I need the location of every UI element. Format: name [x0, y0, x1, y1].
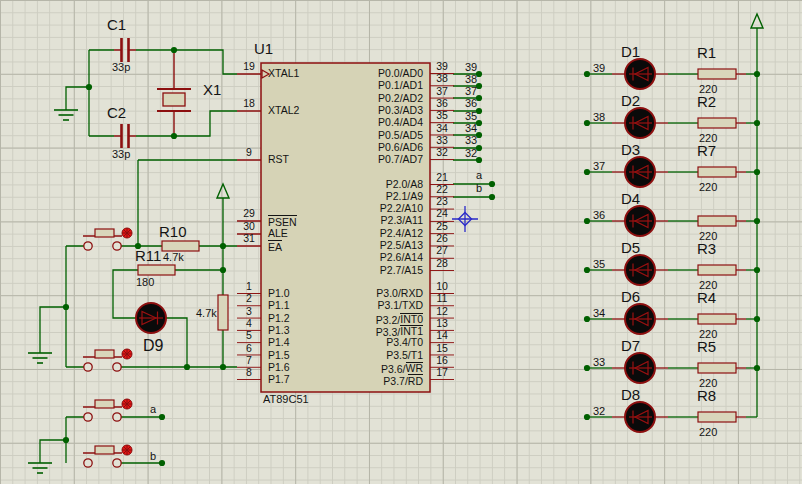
- led-d9[interactable]: [136, 303, 166, 333]
- push-button-b[interactable]: [83, 445, 132, 467]
- net-label: 32: [593, 406, 605, 417]
- resistor-value-label: 220: [699, 231, 717, 242]
- pin-number: 37: [430, 86, 454, 97]
- d9-ref-label: D9: [143, 338, 163, 354]
- led-row-d6[interactable]: [584, 304, 757, 334]
- net-label-a: a: [150, 404, 156, 415]
- led-ref-label: D2: [621, 93, 640, 108]
- resistor-pullup[interactable]: [218, 295, 228, 330]
- r10-value-label: 4.7k: [163, 252, 184, 263]
- pin-name: P2.7/A15: [331, 265, 423, 276]
- resistor-value-label: 220: [699, 182, 717, 193]
- led-ref-label: D5: [621, 240, 640, 255]
- pin-number: 4: [237, 318, 261, 329]
- pin-number: 5: [237, 330, 261, 341]
- push-button-2[interactable]: [83, 349, 132, 371]
- led-ref-label: D1: [621, 44, 640, 59]
- pin-name: P0.0/AD0: [331, 68, 423, 79]
- r10-ref-label: R10: [159, 224, 187, 239]
- net-label: 39: [465, 62, 477, 73]
- resistor-value-label: 220: [699, 280, 717, 291]
- net-label: 38: [465, 74, 477, 85]
- pin-name: P0.7/AD7: [331, 154, 423, 165]
- led-ref-label: D6: [621, 289, 640, 304]
- pin-number: 23: [430, 196, 454, 207]
- resistor-r10[interactable]: [162, 241, 199, 251]
- pin-number: 16: [430, 355, 454, 366]
- chip-part-label: AT89C51: [263, 394, 309, 405]
- led-row-d3[interactable]: [584, 157, 757, 187]
- push-button-reset[interactable]: [83, 228, 132, 250]
- pin-number: 6: [237, 343, 261, 354]
- pin-name: RST: [268, 154, 289, 165]
- ground-symbol: [54, 110, 78, 120]
- net-label: 36: [465, 98, 477, 109]
- led-row-d1[interactable]: [584, 59, 757, 89]
- pin-name: P1.4: [268, 337, 290, 348]
- resistor-ref-label: R1: [697, 45, 716, 60]
- resistor-value-label: 220: [699, 329, 717, 340]
- pin-name: P3.3/INT1: [331, 325, 423, 337]
- pin-number: 7: [237, 355, 261, 366]
- pin-number: 17: [430, 367, 454, 378]
- net-label: 35: [593, 259, 605, 270]
- pin-name: P3.2/INT0: [331, 313, 423, 325]
- pin-name: P1.6: [268, 362, 290, 373]
- led-row-d2[interactable]: [584, 108, 757, 138]
- pin-number: 18: [237, 98, 261, 109]
- pin-number: 12: [430, 306, 454, 317]
- pin-number: 2: [237, 293, 261, 304]
- x1-ref-label: X1: [203, 82, 221, 97]
- pin-number: 10: [430, 281, 454, 292]
- resistor-r11[interactable]: [138, 265, 175, 275]
- pin-name: P1.0: [268, 288, 290, 299]
- led-row-d7[interactable]: [584, 353, 757, 383]
- r11-value-label: 180: [136, 277, 154, 288]
- capacitor-c1[interactable]: [122, 38, 129, 62]
- pin-number: 3: [237, 306, 261, 317]
- pin-name: P3.0/RXD: [331, 288, 423, 299]
- led-ref-label: D8: [621, 387, 640, 402]
- pin-number: 13: [430, 318, 454, 329]
- pin-name: P1.5: [268, 350, 290, 361]
- net-label-b: b: [150, 451, 156, 462]
- pin-number: 32: [430, 147, 454, 158]
- schematic-canvas: U1 AT89C51 C1 33p C2 33p X1 R10 4.7k R11…: [0, 0, 802, 484]
- net-label: 36: [593, 210, 605, 221]
- pin-number: 27: [430, 245, 454, 256]
- pin-number: 11: [430, 293, 454, 304]
- chip-ref-label: U1: [254, 41, 273, 56]
- pin-name: P0.2/AD2: [331, 93, 423, 104]
- pin-name: P2.1/A9: [331, 191, 423, 202]
- pin-name: P3.4/T0: [331, 337, 423, 348]
- pullup-value-label: 4.7k: [196, 308, 217, 319]
- net-label: 38: [593, 112, 605, 123]
- pin-name: P3.6/WR: [331, 362, 423, 374]
- pin-name: P2.0/A8: [331, 179, 423, 190]
- resistor-ref-label: R8: [697, 388, 716, 403]
- resistor-ref-label: R3: [697, 241, 716, 256]
- net-label: 39: [593, 63, 605, 74]
- pin-number: 22: [430, 184, 454, 195]
- push-button-a[interactable]: [83, 399, 132, 421]
- r11-ref-label: R11: [135, 248, 161, 263]
- c1-value-label: 33p: [112, 62, 130, 73]
- pin-name: PSEN: [268, 215, 297, 227]
- capacitor-c2[interactable]: [122, 124, 129, 148]
- origin-marker-icon: [452, 206, 478, 232]
- pin-number: 34: [430, 123, 454, 134]
- pin-number: 29: [237, 208, 261, 219]
- pin-number: 14: [430, 330, 454, 341]
- pin-name: P0.1/AD1: [331, 80, 423, 91]
- led-row-d8[interactable]: [584, 402, 757, 432]
- led-row-d4[interactable]: [584, 206, 757, 236]
- pin-number: 38: [430, 73, 454, 84]
- pin-name: P3.5/T1: [331, 350, 423, 361]
- crystal-x1[interactable]: [157, 89, 191, 111]
- pin-number: 1: [237, 281, 261, 292]
- led-row-d5[interactable]: [584, 255, 757, 285]
- pin-name: XTAL1: [268, 68, 299, 79]
- net-label: 34: [465, 123, 477, 134]
- pin-name: P2.2/A10: [331, 203, 423, 214]
- pin-number: 39: [430, 61, 454, 72]
